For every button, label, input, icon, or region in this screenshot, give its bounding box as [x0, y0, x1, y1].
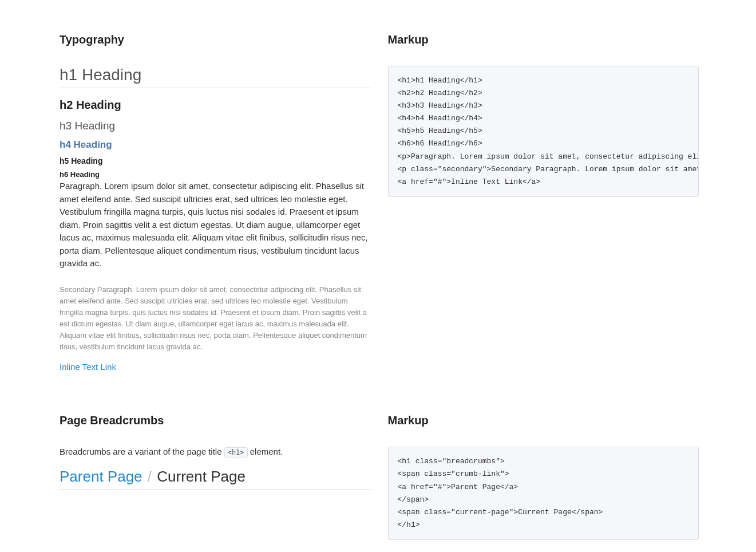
- breadcrumbs-desc-post: element.: [248, 447, 283, 456]
- h5-heading-demo: h5 Heading: [60, 156, 371, 165]
- h3-heading-demo: h3 Heading: [60, 120, 371, 132]
- breadcrumb-current-page: Current Page: [157, 468, 246, 485]
- h4-heading-demo: h4 Heading: [60, 139, 371, 151]
- breadcrumbs-section: Page Breadcrumbs Breadcrumbs are a varia…: [60, 414, 699, 540]
- breadcrumbs-section-title: Page Breadcrumbs: [60, 414, 371, 427]
- typography-section-title: Typography: [60, 33, 371, 46]
- breadcrumb-separator: /: [148, 468, 152, 485]
- breadcrumb-parent-link[interactable]: Parent Page: [60, 468, 143, 485]
- h2-heading-demo: h2 Heading: [60, 98, 371, 112]
- breadcrumbs-code-block: <h1 class="breadcrumbs"> <span class="cr…: [388, 447, 699, 540]
- breadcrumbs-desc-pre: Breadcrumbs are a variant of the page ti…: [60, 447, 224, 456]
- typography-code-block: <h1>h1 Heading</h1> <h2>h2 Heading</h2> …: [388, 66, 699, 197]
- typography-section: Typography h1 Heading h2 Heading h3 Head…: [60, 33, 699, 372]
- paragraph-primary: Paragraph. Lorem ipsum dolor sit amet, c…: [60, 180, 371, 270]
- inline-text-link[interactable]: Inline Text Link: [60, 362, 116, 372]
- breadcrumb: Parent Page / Current Page: [60, 468, 371, 490]
- h1-inline-code: <h1>: [224, 447, 248, 458]
- breadcrumbs-markup-col: Markup <h1 class="breadcrumbs"> <span cl…: [388, 414, 699, 540]
- h6-heading-demo: h6 Heading: [60, 170, 371, 179]
- breadcrumbs-markup-title: Markup: [388, 414, 699, 427]
- h1-heading-demo: h1 Heading: [60, 66, 371, 88]
- typography-markup-col: Markup <h1>h1 Heading</h1> <h2>h2 Headin…: [388, 33, 699, 372]
- paragraph-secondary: Secondary Paragraph. Lorem ipsum dolor s…: [60, 284, 371, 353]
- breadcrumbs-description: Breadcrumbs are a variant of the page ti…: [60, 447, 371, 456]
- breadcrumbs-demo-col: Page Breadcrumbs Breadcrumbs are a varia…: [60, 414, 371, 540]
- typography-markup-title: Markup: [388, 33, 699, 46]
- typography-demo-col: Typography h1 Heading h2 Heading h3 Head…: [60, 33, 371, 372]
